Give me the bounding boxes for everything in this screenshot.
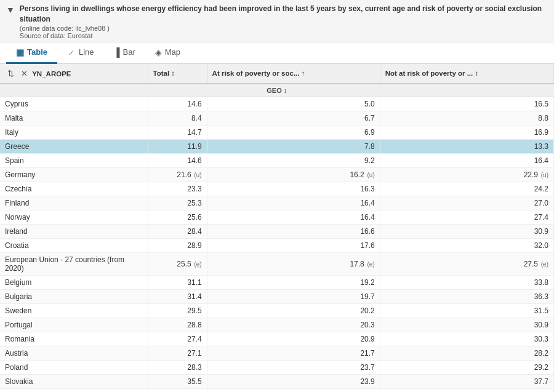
not-at-risk-cell: 30.9 [380, 224, 553, 238]
header-code: (online data code: ilc_lvhe08 ) [20, 25, 548, 32]
not-at-risk-cell: 24.2 [380, 182, 553, 196]
header-title: Persons living in dwellings whose energy… [20, 4, 548, 25]
table-icon: ▦ [16, 47, 24, 57]
not-at-risk-cell: 8.8 [380, 111, 553, 125]
table-row: Romania27.420.930.3 [0, 332, 554, 346]
table-row: Spain14.69.216.4 [0, 153, 554, 167]
not-at-risk-cell: 16.9 [380, 125, 553, 139]
table-row: Belgium31.119.233.8 [0, 275, 554, 289]
total-cell: 31.4 [148, 289, 207, 303]
at-risk-cell: 6.7 [207, 111, 380, 125]
tab-line-label: Line [79, 47, 94, 57]
at-risk-cell: 19.2 [207, 275, 380, 289]
at-risk-cell: 17.6 [207, 238, 380, 252]
geo-cell: Slovakia [0, 374, 148, 388]
total-cell: 11.9 [148, 139, 207, 153]
at-risk-cell: 20.2 [207, 303, 380, 318]
tab-map[interactable]: ◈ Map [145, 42, 190, 64]
at-risk-cell: 16.2 (u) [207, 167, 380, 182]
tab-table[interactable]: ▦ Table [6, 42, 57, 64]
at-risk-cell: 16.3 [207, 182, 380, 196]
geo-cell: Sweden [0, 303, 148, 318]
not-at-risk-label: Not at risk of poverty or ... ↕ [385, 70, 478, 77]
table-row: Cyprus14.65.016.5 [0, 97, 554, 111]
table-row: Croatia28.917.632.0 [0, 238, 554, 252]
not-at-risk-cell: 27.0 [380, 196, 553, 210]
tab-table-label: Table [27, 47, 47, 57]
geo-cell: Spain [0, 153, 148, 167]
total-cell: 21.6 (u) [148, 167, 207, 182]
total-cell: 28.3 [148, 360, 207, 374]
at-risk-cell: 5.0 [207, 97, 380, 111]
not-at-risk-cell: 30.3 [380, 332, 553, 346]
total-cell: 25.6 [148, 210, 207, 224]
geo-cell: Austria [0, 346, 148, 360]
not-at-risk-header[interactable]: Not at risk of poverty or ... ↕ [380, 64, 553, 84]
total-cell: 27.4 [148, 332, 207, 346]
yn-arope-label: YN_AROPE [32, 70, 71, 78]
header-source: Source of data: Eurostat [20, 32, 548, 39]
at-risk-cell: 23.9 [207, 374, 380, 388]
not-at-risk-cell: 36.3 [380, 289, 553, 303]
total-cell: 23.3 [148, 182, 207, 196]
sort-button[interactable]: ⇅ [5, 68, 17, 79]
table-body: Cyprus14.65.016.5Malta8.46.78.8Italy14.7… [0, 97, 554, 392]
tab-bar-label: Bar [123, 47, 135, 57]
geo-cell: Greece [0, 139, 148, 153]
data-table: ⇅ ✕ YN_AROPE Total ↕ At risk of poverty … [0, 64, 554, 392]
total-cell: 25.3 [148, 196, 207, 210]
table-row: Greece11.97.813.3 [0, 139, 554, 153]
total-cell: 14.6 [148, 153, 207, 167]
line-icon: ⟋ [67, 47, 76, 57]
geo-cell: Hungary [0, 388, 148, 392]
geo-cell: Romania [0, 332, 148, 346]
at-risk-header[interactable]: At risk of poverty or soc... ↑ [207, 64, 380, 84]
table-row: Malta8.46.78.8 [0, 111, 554, 125]
close-button[interactable]: ✕ [18, 68, 30, 79]
at-risk-cell: 20.3 [207, 318, 380, 332]
not-at-risk-cell: 31.5 [380, 303, 553, 318]
total-cell: 35.3 [148, 388, 207, 392]
map-icon: ◈ [155, 47, 162, 57]
at-risk-cell: 24.3 [207, 388, 380, 392]
at-risk-cell: 17.8 (e) [207, 252, 380, 275]
at-risk-cell: 6.9 [207, 125, 380, 139]
total-cell: 14.6 [148, 97, 207, 111]
geo-cell: Finland [0, 196, 148, 210]
tab-map-label: Map [165, 47, 180, 57]
geo-cell: Portugal [0, 318, 148, 332]
geo-cell: Cyprus [0, 97, 148, 111]
not-at-risk-cell: 37.7 [380, 374, 553, 388]
table-row: Poland28.323.729.2 [0, 360, 554, 374]
total-cell: 28.8 [148, 318, 207, 332]
tab-bar[interactable]: ▐ Bar [104, 42, 145, 64]
geo-cell: Ireland [0, 224, 148, 238]
geo-cell: Croatia [0, 238, 148, 252]
at-risk-cell: 16.4 [207, 210, 380, 224]
table-row: Austria27.121.728.2 [0, 346, 554, 360]
not-at-risk-cell: 33.8 [380, 275, 553, 289]
geo-cell: Poland [0, 360, 148, 374]
total-cell: 35.5 [148, 374, 207, 388]
at-risk-cell: 19.7 [207, 289, 380, 303]
table-row: Norway25.616.427.4 [0, 210, 554, 224]
table-row: Finland25.316.427.0 [0, 196, 554, 210]
col-controls-cell: ⇅ ✕ YN_AROPE [0, 64, 148, 84]
at-risk-cell: 21.7 [207, 346, 380, 360]
chevron-down-icon[interactable]: ▼ [6, 5, 15, 15]
table-row: Germany21.6 (u)16.2 (u)22.9 (u) [0, 167, 554, 182]
tab-line[interactable]: ⟋ Line [57, 42, 104, 64]
not-at-risk-cell: 30.9 [380, 318, 553, 332]
at-risk-cell: 16.4 [207, 196, 380, 210]
geo-cell: Germany [0, 167, 148, 182]
total-cell: 28.4 [148, 224, 207, 238]
table-container: ⇅ ✕ YN_AROPE Total ↕ At risk of poverty … [0, 64, 554, 392]
table-row: Bulgaria31.419.736.3 [0, 289, 554, 303]
table-row: Ireland28.416.630.9 [0, 224, 554, 238]
total-header[interactable]: Total ↕ [148, 64, 207, 84]
geo-subheader-row: GEO ↕ [0, 84, 554, 97]
total-cell: 8.4 [148, 111, 207, 125]
at-risk-cell: 7.8 [207, 139, 380, 153]
total-cell: 29.5 [148, 303, 207, 318]
total-cell: 14.7 [148, 125, 207, 139]
